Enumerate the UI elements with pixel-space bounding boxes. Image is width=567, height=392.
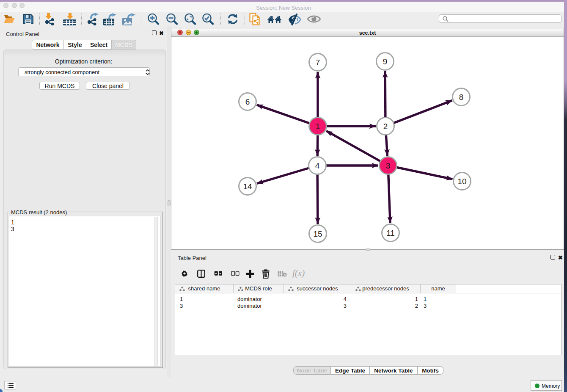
svg-text:11: 11 xyxy=(386,229,395,237)
svg-text:1: 1 xyxy=(316,122,320,131)
svg-text:9: 9 xyxy=(383,57,388,66)
svg-text:7: 7 xyxy=(316,58,320,67)
svg-text:6: 6 xyxy=(245,97,250,106)
svg-text:2: 2 xyxy=(383,122,388,131)
svg-text:10: 10 xyxy=(457,177,466,186)
svg-text:15: 15 xyxy=(313,229,322,238)
svg-text:8: 8 xyxy=(459,93,464,102)
svg-text:4: 4 xyxy=(315,161,320,170)
svg-text:14: 14 xyxy=(243,182,252,191)
svg-text:3: 3 xyxy=(386,161,391,170)
